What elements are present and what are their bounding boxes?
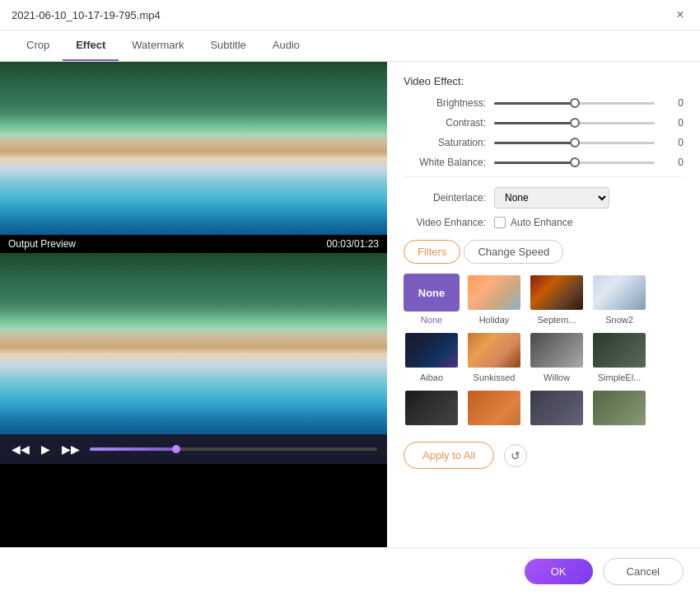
filter-row3a[interactable] xyxy=(404,389,460,430)
progress-bar[interactable] xyxy=(90,447,377,451)
brightness-row: Brightness: 0 xyxy=(404,97,684,109)
divider xyxy=(404,176,684,177)
white-balance-row: White Balance: 0 xyxy=(404,157,684,168)
saturation-slider[interactable] xyxy=(494,142,655,144)
white-balance-fill xyxy=(494,162,575,164)
auto-enhance-checkbox[interactable] xyxy=(494,217,506,228)
filter-sunkissed-thumb xyxy=(466,331,522,369)
next-frame-button[interactable]: ▶▶ xyxy=(60,441,82,457)
white-balance-slider[interactable] xyxy=(494,162,655,164)
white-balance-value: 0 xyxy=(663,157,684,168)
playback-bar: ◀◀ ▶ ▶▶ xyxy=(0,434,387,464)
filter-row3a-thumb xyxy=(404,389,460,427)
brightness-label: Brightness: xyxy=(404,97,494,109)
brightness-thumb[interactable] xyxy=(570,98,580,108)
filter-september-thumb xyxy=(529,274,585,312)
saturation-value: 0 xyxy=(663,137,684,148)
sub-tabs: Filters Change Speed xyxy=(404,240,684,264)
output-bar: Output Preview 00:03/01:23 xyxy=(0,235,387,253)
apply-area: Apply to All ↺ xyxy=(404,442,684,469)
filter-simpleel-thumb xyxy=(591,331,647,369)
tab-crop[interactable]: Crop xyxy=(13,30,63,61)
prev-frame-button[interactable]: ◀◀ xyxy=(10,441,31,457)
deinterlace-select[interactable]: None Blend Discard Mean xyxy=(494,187,609,208)
contrast-thumb[interactable] xyxy=(570,118,580,128)
video-preview-bottom xyxy=(0,253,387,434)
filter-snow2-thumb xyxy=(591,274,647,312)
filter-row3b[interactable] xyxy=(466,389,522,430)
filter-willow[interactable]: Willow xyxy=(529,331,585,382)
filter-willow-thumb xyxy=(529,331,585,369)
footer: OK Cancel xyxy=(0,547,700,595)
video-preview-top xyxy=(0,62,387,235)
filter-aibao-thumb xyxy=(404,331,460,369)
filter-snow2[interactable]: Snow2 xyxy=(591,274,647,325)
title-bar: 2021-06-10_10-17-19-795.mp4 × xyxy=(0,0,700,30)
saturation-fill xyxy=(494,142,575,144)
video-panel: Output Preview 00:03/01:23 ◀◀ ▶ ▶▶ xyxy=(0,62,387,547)
contrast-fill xyxy=(494,122,575,124)
reset-button[interactable]: ↺ xyxy=(504,444,527,467)
deinterlace-row: Deinterlace: None Blend Discard Mean xyxy=(404,187,684,208)
filter-aibao[interactable]: Aibao xyxy=(404,331,460,382)
ok-button[interactable]: OK xyxy=(525,559,593,584)
brightness-value: 0 xyxy=(663,97,684,109)
window-title: 2021-06-10_10-17-19-795.mp4 xyxy=(12,9,161,21)
tab-watermark[interactable]: Watermark xyxy=(119,30,197,61)
tab-subtitle[interactable]: Subtitle xyxy=(197,30,259,61)
saturation-row: Saturation: 0 xyxy=(404,137,684,148)
saturation-thumb[interactable] xyxy=(570,138,580,148)
filter-row3b-thumb xyxy=(466,389,522,427)
progress-fill xyxy=(90,447,176,451)
filter-holiday-thumb xyxy=(466,274,522,312)
video-timestamp: 00:03/01:23 xyxy=(327,238,379,250)
contrast-slider[interactable] xyxy=(494,122,655,124)
filter-sunkissed-label: Sunkissed xyxy=(474,372,516,382)
sub-tab-filters[interactable]: Filters xyxy=(404,240,460,264)
output-label: Output Preview xyxy=(8,238,76,250)
play-button[interactable]: ▶ xyxy=(40,441,52,457)
white-balance-label: White Balance: xyxy=(404,157,494,168)
main-window: 2021-06-10_10-17-19-795.mp4 × Crop Effec… xyxy=(0,0,700,595)
filters-grid: None None Holiday Septem... xyxy=(404,274,684,430)
tab-effect[interactable]: Effect xyxy=(63,30,119,61)
video-effect-label: Video Effect: xyxy=(404,75,684,87)
saturation-label: Saturation: xyxy=(404,137,494,148)
filter-row3d[interactable] xyxy=(591,389,647,430)
contrast-label: Contrast: xyxy=(404,117,494,129)
filter-row3c-thumb xyxy=(529,389,585,427)
filter-willow-label: Willow xyxy=(544,372,570,382)
progress-thumb xyxy=(172,445,180,453)
filter-holiday-label: Holiday xyxy=(479,315,510,325)
close-button[interactable]: × xyxy=(672,7,688,23)
auto-enhance-text: Auto Enhance xyxy=(511,217,572,228)
tab-audio[interactable]: Audio xyxy=(259,30,313,61)
deinterlace-label: Deinterlace: xyxy=(404,192,494,204)
filter-none-label: None xyxy=(421,315,442,325)
filter-holiday[interactable]: Holiday xyxy=(466,274,522,325)
cancel-button[interactable]: Cancel xyxy=(603,558,684,585)
filter-aibao-label: Aibao xyxy=(420,372,443,382)
enhance-label: Video Enhance: xyxy=(404,217,494,228)
filter-row3c[interactable] xyxy=(529,389,585,430)
filter-simpleel[interactable]: SimpleEl... xyxy=(591,331,647,382)
brightness-slider[interactable] xyxy=(494,102,655,105)
contrast-row: Contrast: 0 xyxy=(404,117,684,129)
filter-row3d-thumb xyxy=(591,389,647,427)
reset-icon: ↺ xyxy=(511,449,520,462)
filter-none[interactable]: None None xyxy=(404,274,460,325)
main-content: Output Preview 00:03/01:23 ◀◀ ▶ ▶▶ Vide xyxy=(0,62,700,547)
contrast-value: 0 xyxy=(663,117,684,129)
enhance-row: Video Enhance: Auto Enhance xyxy=(404,217,684,228)
filter-simpleel-label: SimpleEl... xyxy=(598,372,642,382)
tab-bar: Crop Effect Watermark Subtitle Audio xyxy=(0,30,700,62)
filter-none-thumb: None xyxy=(404,274,460,312)
filter-september[interactable]: Septem... xyxy=(529,274,585,325)
settings-panel: Video Effect: Brightness: 0 Contrast: 0 xyxy=(387,62,700,547)
filter-september-label: Septem... xyxy=(537,315,576,325)
apply-to-all-button[interactable]: Apply to All xyxy=(404,442,494,469)
white-balance-thumb[interactable] xyxy=(570,157,580,167)
sub-tab-change-speed[interactable]: Change Speed xyxy=(464,240,563,264)
filter-snow2-label: Snow2 xyxy=(605,315,633,325)
filter-sunkissed[interactable]: Sunkissed xyxy=(466,331,522,382)
